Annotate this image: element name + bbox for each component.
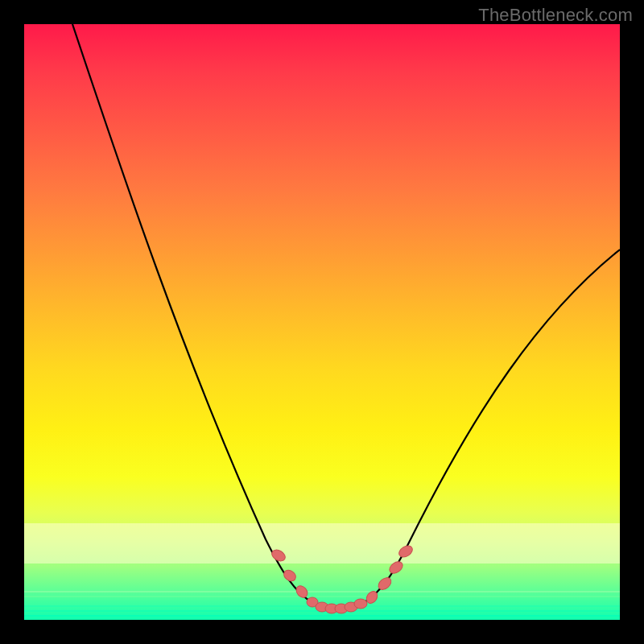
svg-point-1 bbox=[282, 568, 298, 583]
watermark-text: TheBottleneck.com bbox=[478, 5, 633, 26]
curve-markers bbox=[270, 543, 415, 613]
svg-point-8 bbox=[354, 599, 367, 609]
plot-area bbox=[24, 24, 620, 620]
svg-point-0 bbox=[270, 547, 287, 563]
svg-point-11 bbox=[387, 559, 405, 576]
svg-point-2 bbox=[294, 584, 309, 600]
bottleneck-curve bbox=[72, 24, 620, 610]
chart-frame: TheBottleneck.com bbox=[0, 0, 644, 644]
svg-point-12 bbox=[397, 543, 415, 559]
bottleneck-curve-svg bbox=[24, 24, 620, 620]
